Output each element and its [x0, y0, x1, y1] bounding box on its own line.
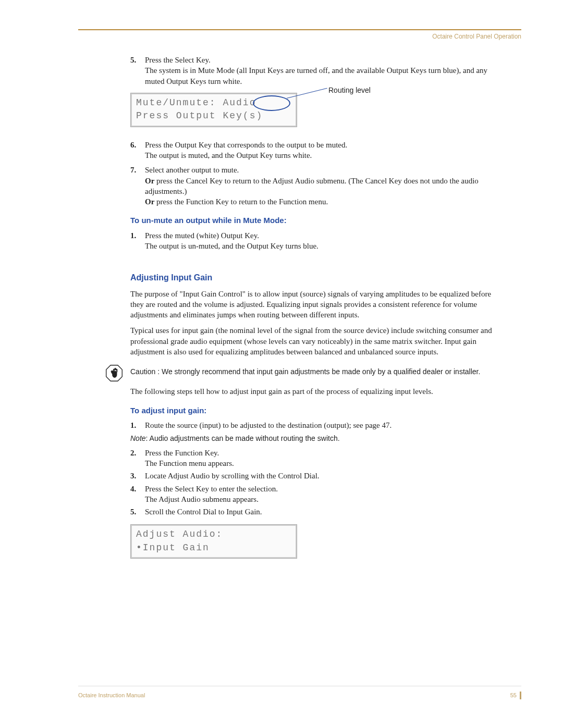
- step-text: The Adjust Audio submenu appears.: [145, 495, 259, 503]
- step-number: 6.: [130, 140, 143, 150]
- lcd-screen: Adjust Audio: •Input Gain: [130, 524, 297, 559]
- callout-circle: [253, 95, 290, 111]
- lcd-display-2: Adjust Audio: •Input Gain: [130, 524, 495, 561]
- step-5: 5. Press the Select Key. The system is i…: [130, 55, 495, 87]
- steps-adjust-2: 2. Press the Function Key. The Function …: [130, 448, 495, 517]
- footer-manual-name: Octaire Instruction Manual: [78, 692, 145, 698]
- caution-text: Caution : We strongly recommend that inp…: [130, 367, 480, 376]
- lcd-line-1: Adjust Audio:: [136, 528, 291, 541]
- lcd-display-1: Mute/Unmute: Audio Press Output Key(s) R…: [130, 93, 495, 132]
- step-7: 7. Select another output to mute. Or pre…: [130, 165, 495, 207]
- step-2-adjust: 2. Press the Function Key. The Function …: [130, 448, 495, 469]
- note-text: : Audio adjustments can be made without …: [146, 434, 340, 442]
- step-text: The output is muted, and the Output Key …: [145, 151, 312, 159]
- note-line: Note: Audio adjustments can be made with…: [130, 434, 495, 443]
- step-3-adjust: 3. Locate Adjust Audio by scrolling with…: [130, 471, 495, 481]
- step-number: 4.: [130, 484, 143, 494]
- page-footer: Octaire Instruction Manual 55: [78, 686, 521, 699]
- step-text: press the Cancel Key to return to the Ad…: [145, 177, 479, 195]
- step-text: press the Function Key to return to the …: [154, 198, 328, 206]
- step-1-adjust: 1. Route the source (input) to be adjust…: [130, 420, 495, 430]
- step-number: 1.: [130, 230, 143, 241]
- step-text: Press the Select Key to enter the select…: [145, 485, 278, 493]
- paragraph: The purpose of "Input Gain Control" is t…: [130, 289, 495, 320]
- lcd-line-2: Press Output Key(s): [136, 109, 291, 122]
- step-text: Press the Select Key.: [145, 56, 211, 64]
- note-label: Note: [130, 434, 146, 442]
- heading-unmute: To un-mute an output while in Mute Mode:: [130, 215, 495, 226]
- step-text: Scroll the Control Dial to Input Gain.: [145, 508, 262, 516]
- step-number: 5.: [130, 507, 143, 517]
- heading-adjust-gain: To adjust input gain:: [130, 405, 495, 416]
- step-number: 3.: [130, 471, 143, 481]
- caution-hand-icon: [105, 364, 123, 385]
- step-6: 6. Press the Output Key that corresponds…: [130, 140, 495, 161]
- steps-unmute: 1. Press the muted (white) Output Key. T…: [130, 230, 495, 252]
- step-text: Press the Output Key that corresponds to…: [145, 141, 347, 149]
- step-1-unmute: 1. Press the muted (white) Output Key. T…: [130, 230, 495, 252]
- step-4-adjust: 4. Press the Select Key to enter the sel…: [130, 484, 495, 505]
- step-number: 2.: [130, 448, 143, 458]
- step-number: 1.: [130, 420, 143, 430]
- lcd-line-2: •Input Gain: [136, 541, 291, 554]
- step-text: Press the Function Key.: [145, 449, 219, 457]
- step-text: Press the muted (white) Output Key.: [145, 231, 259, 240]
- step-text: Select another output to mute.: [145, 166, 239, 174]
- step-text: The system is in Mute Mode (all Input Ke…: [145, 66, 487, 85]
- content-area: 5. Press the Select Key. The system is i…: [130, 55, 495, 568]
- step-text: The output is un-muted, and the Output K…: [145, 242, 319, 250]
- step-5-adjust: 5. Scroll the Control Dial to Input Gain…: [130, 507, 495, 517]
- callout-label: Routing level: [328, 85, 371, 95]
- caution-block: Caution : We strongly recommend that inp…: [130, 366, 495, 377]
- lcd-screen: Mute/Unmute: Audio Press Output Key(s): [130, 93, 297, 127]
- heading-input-gain: Adjusting Input Gain: [130, 272, 495, 283]
- footer-page-number: 55: [510, 692, 521, 699]
- page: Octaire Control Panel Operation 5. Press…: [0, 0, 563, 728]
- steps-continued: 5. Press the Select Key. The system is i…: [130, 55, 495, 87]
- bold-or: Or: [145, 198, 154, 206]
- steps-adjust: 1. Route the source (input) to be adjust…: [130, 420, 495, 430]
- step-text: Locate Adjust Audio by scrolling with th…: [145, 472, 320, 480]
- step-text: The Function menu appears.: [145, 459, 234, 467]
- step-number: 5.: [130, 55, 143, 65]
- steps-6-7: 6. Press the Output Key that corresponds…: [130, 140, 495, 207]
- top-rule: [78, 29, 521, 30]
- paragraph: The following steps tell how to adjust i…: [130, 386, 495, 397]
- step-number: 7.: [130, 165, 143, 175]
- step-text: Route the source (input) to be adjusted …: [145, 421, 391, 429]
- paragraph: Typical uses for input gain (the nominal…: [130, 325, 495, 357]
- header-section-title: Octaire Control Panel Operation: [432, 32, 521, 41]
- bold-or: Or: [145, 177, 154, 185]
